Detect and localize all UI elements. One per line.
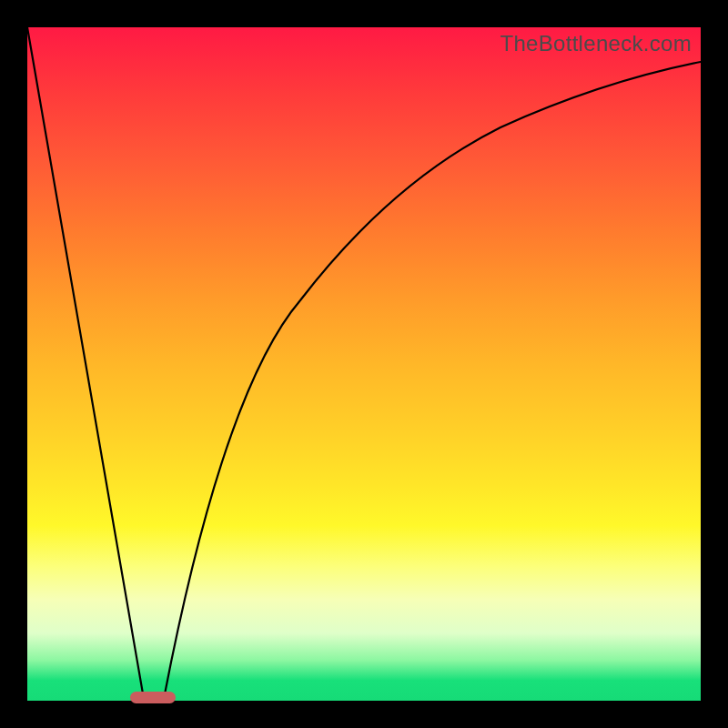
chart-frame: TheBottleneck.com [0, 0, 728, 728]
curve-layer [27, 27, 701, 701]
curve-right [164, 62, 701, 699]
curve-left [27, 27, 144, 699]
minimum-marker [130, 692, 176, 703]
plot-area: TheBottleneck.com [27, 27, 701, 701]
